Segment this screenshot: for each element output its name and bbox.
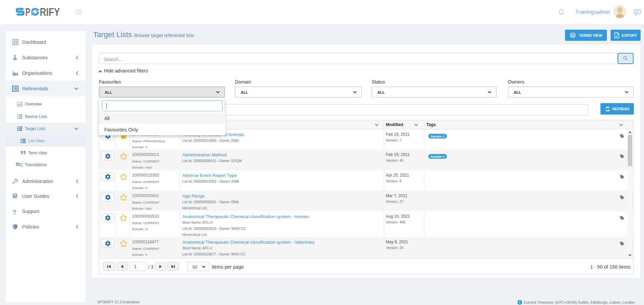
svg-text:A: A bbox=[17, 162, 19, 166]
svg-text:P: P bbox=[25, 7, 30, 16]
svg-text:★: ★ bbox=[20, 163, 23, 166]
svg-text:RIFY: RIFY bbox=[40, 7, 60, 16]
svg-text:x: x bbox=[616, 34, 618, 37]
